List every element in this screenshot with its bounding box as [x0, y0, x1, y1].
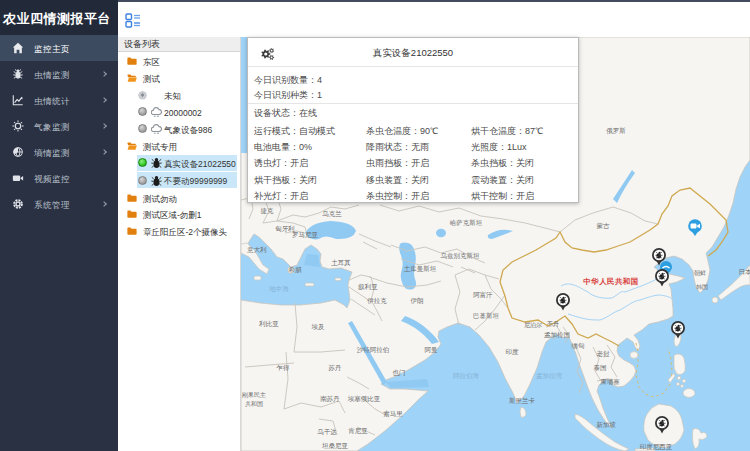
svg-text:南苏丹: 南苏丹 — [320, 395, 340, 403]
svg-text:印度尼西亚: 印度尼西亚 — [640, 443, 673, 451]
svg-text:乌干达: 乌干达 — [317, 428, 337, 436]
svg-text:乌兹别克斯坦: 乌兹别克斯坦 — [441, 252, 481, 260]
svg-text:捷克: 捷克 — [261, 207, 275, 215]
svg-text:阿曼: 阿曼 — [425, 346, 439, 354]
svg-text:匈牙利: 匈牙利 — [275, 225, 295, 232]
svg-text:阿富汗: 阿富汗 — [473, 291, 493, 299]
svg-text:哈萨克斯坦: 哈萨克斯坦 — [450, 219, 483, 227]
svg-text:坦桑尼亚: 坦桑尼亚 — [321, 442, 349, 449]
svg-text:孟加拉湾: 孟加拉湾 — [536, 372, 563, 380]
svg-text:伊朗: 伊朗 — [411, 297, 424, 305]
svg-text:朝鲜: 朝鲜 — [694, 270, 706, 276]
svg-text:泰国: 泰国 — [594, 364, 607, 372]
svg-text:中华人民共和国: 中华人民共和国 — [583, 277, 638, 286]
svg-text:伊拉克: 伊拉克 — [367, 297, 387, 305]
svg-text:沙特阿拉伯: 沙特阿拉伯 — [357, 346, 390, 354]
svg-text:利比亚: 利比亚 — [258, 320, 279, 327]
svg-text:埃及: 埃及 — [311, 323, 326, 330]
svg-text:柬埔寨: 柬埔寨 — [600, 378, 620, 385]
svg-text:孟加拉国: 孟加拉国 — [544, 331, 570, 338]
svg-text:蒙古: 蒙古 — [597, 222, 611, 230]
svg-text:尼泊尔: 尼泊尔 — [524, 322, 542, 329]
svg-text:乌克兰: 乌克兰 — [322, 210, 342, 218]
svg-text:老挝: 老挝 — [597, 350, 611, 358]
svg-text:土库曼斯坦: 土库曼斯坦 — [404, 265, 437, 273]
svg-text:叙利亚: 叙利亚 — [357, 283, 378, 291]
svg-text:地中海: 地中海 — [269, 285, 289, 293]
svg-text:希腊: 希腊 — [289, 266, 303, 273]
svg-text:肯尼亚: 肯尼亚 — [348, 427, 368, 434]
svg-text:罗马尼亚: 罗马尼亚 — [292, 231, 319, 239]
svg-text:新加坡: 新加坡 — [596, 421, 616, 428]
svg-text:阿拉伯海: 阿拉伯海 — [453, 372, 480, 380]
svg-text:日本: 日本 — [739, 268, 750, 275]
svg-text:刚果民主: 刚果民主 — [242, 391, 266, 399]
svg-text:索马里: 索马里 — [383, 410, 403, 417]
svg-text:巴基斯坦: 巴基斯坦 — [473, 312, 500, 319]
svg-text:不丹: 不丹 — [547, 320, 559, 327]
svg-text:韩国: 韩国 — [696, 284, 708, 291]
svg-text:埃塞俄比亚: 埃塞俄比亚 — [347, 395, 381, 403]
svg-text:俄罗斯: 俄罗斯 — [606, 127, 626, 135]
svg-text:斯里兰卡: 斯里兰卡 — [509, 397, 536, 404]
svg-text:印度: 印度 — [506, 348, 520, 356]
svg-text:苏丹: 苏丹 — [328, 364, 343, 372]
svg-text:缅甸: 缅甸 — [572, 342, 585, 349]
svg-text:也门: 也门 — [393, 369, 406, 376]
svg-text:乍得: 乍得 — [276, 364, 291, 372]
svg-text:意大利: 意大利 — [246, 246, 267, 253]
svg-text:土耳其: 土耳其 — [331, 259, 351, 267]
svg-text:共和国: 共和国 — [245, 400, 263, 408]
